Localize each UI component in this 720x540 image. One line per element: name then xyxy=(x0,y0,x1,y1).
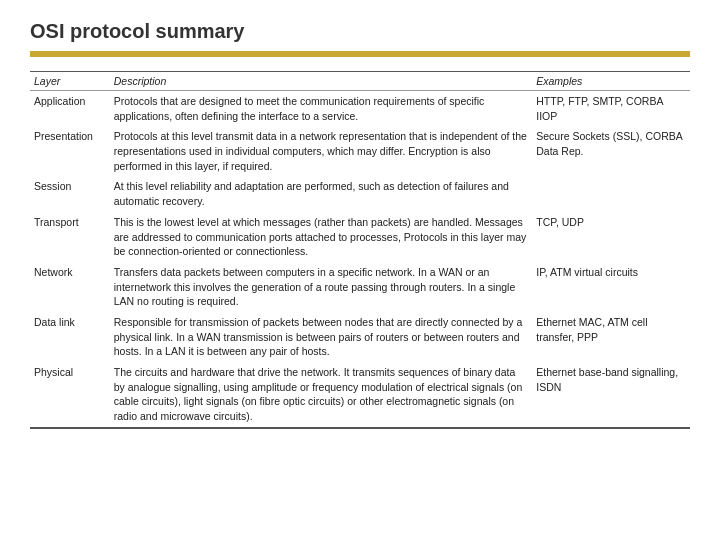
gold-divider xyxy=(30,51,690,57)
table-row: TransportThis is the lowest level at whi… xyxy=(30,212,690,262)
table-row: SessionAt this level reliability and ada… xyxy=(30,176,690,211)
cell-layer: Data link xyxy=(30,312,110,362)
cell-examples: HTTP, FTP, SMTP, CORBA IIOP xyxy=(532,91,690,127)
col-header-examples: Examples xyxy=(532,72,690,91)
cell-examples: Ethernet base-band signalling, ISDN xyxy=(532,362,690,428)
cell-examples: IP, ATM virtual circuits xyxy=(532,262,690,312)
col-header-description: Description xyxy=(110,72,533,91)
cell-examples: Secure Sockets (SSL), CORBA Data Rep. xyxy=(532,126,690,176)
page-title: OSI protocol summary xyxy=(30,20,690,43)
table-row: PhysicalThe circuits and hardware that d… xyxy=(30,362,690,428)
cell-examples xyxy=(532,176,690,211)
cell-description: Protocols at this level transmit data in… xyxy=(110,126,533,176)
cell-description: This is the lowest level at which messag… xyxy=(110,212,533,262)
cell-description: Responsible for transmission of packets … xyxy=(110,312,533,362)
table-row: NetworkTransfers data packets between co… xyxy=(30,262,690,312)
cell-examples: Ethernet MAC, ATM cell transfer, PPP xyxy=(532,312,690,362)
table-row: PresentationProtocols at this level tran… xyxy=(30,126,690,176)
cell-description: Protocols that are designed to meet the … xyxy=(110,91,533,127)
cell-examples: TCP, UDP xyxy=(532,212,690,262)
table-row: Data linkResponsible for transmission of… xyxy=(30,312,690,362)
cell-layer: Session xyxy=(30,176,110,211)
osi-table: Layer Description Examples ApplicationPr… xyxy=(30,71,690,429)
table-row: ApplicationProtocols that are designed t… xyxy=(30,91,690,127)
cell-layer: Network xyxy=(30,262,110,312)
cell-layer: Application xyxy=(30,91,110,127)
cell-description: The circuits and hardware that drive the… xyxy=(110,362,533,428)
cell-layer: Physical xyxy=(30,362,110,428)
cell-description: Transfers data packets between computers… xyxy=(110,262,533,312)
cell-description: At this level reliability and adaptation… xyxy=(110,176,533,211)
cell-layer: Presentation xyxy=(30,126,110,176)
col-header-layer: Layer xyxy=(30,72,110,91)
cell-layer: Transport xyxy=(30,212,110,262)
